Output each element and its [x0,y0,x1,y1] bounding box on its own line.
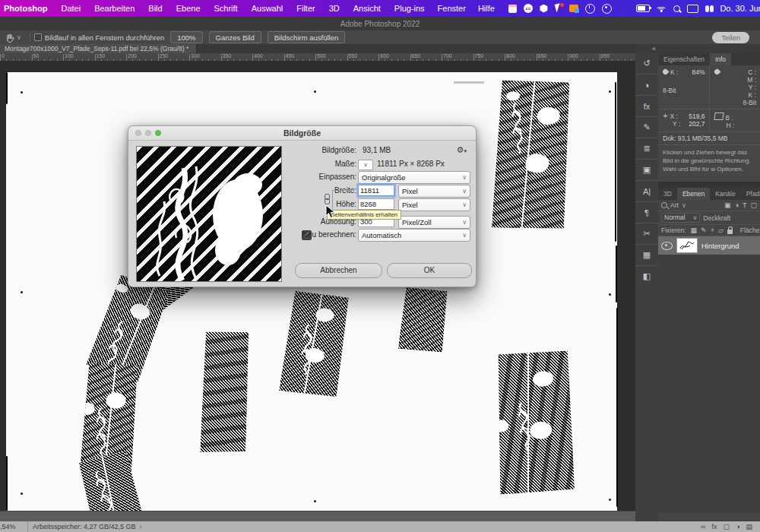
notes-app-icon[interactable] [508,5,517,13]
creative-cloud-icon[interactable]: cc [524,4,533,13]
menu-clock[interactable]: Do. 30. Juni 2 [720,4,760,13]
filter-kind-label[interactable]: Art [670,201,679,209]
clock-icon[interactable] [585,4,595,14]
gear-icon[interactable]: ⚙▾ [457,145,467,155]
tab-info[interactable]: Info [710,53,731,65]
ruler-label: 500 [317,53,326,59]
blend-mode-select[interactable]: Normal∨ [661,213,700,223]
brush-settings-panel-icon[interactable]: ✎ [635,116,658,138]
link-layers-icon[interactable]: ∞ [701,523,705,530]
menu-item-3d[interactable]: 3D [322,4,347,13]
filter-adjustment-icon[interactable]: ◑ [735,201,739,209]
character-panel-icon[interactable]: A| [635,180,658,201]
hexagon-app-icon[interactable] [540,5,548,13]
control-center-icon[interactable] [705,3,714,14]
menu-item-ansicht[interactable]: Ansicht [347,4,388,13]
history-panel-icon[interactable]: ↺ [635,53,658,74]
image-preview[interactable] [136,146,282,282]
layer-visibility-icon[interactable] [661,242,673,250]
fit-screen-button[interactable]: Ganzes Bild [209,31,261,43]
script-lettering [499,100,537,156]
adjustments-panel-icon[interactable]: ◑ [635,74,658,95]
cancel-button[interactable]: Abbrechen [295,263,382,278]
menu-item-plug-ins[interactable]: Plug-ins [388,4,432,13]
libraries-panel-icon[interactable]: ✂ [635,223,658,244]
ruler-major-tick [568,54,568,61]
dimensions-dropdown[interactable]: ∨ [358,160,373,170]
menu-item-filter[interactable]: Filter [290,4,321,13]
cursor-badge-icon[interactable] [555,4,562,13]
tab-kanaele[interactable]: Kanäle [710,188,740,200]
tool-presets-panel-icon[interactable]: ≣ [635,138,658,159]
clone-source-panel-icon[interactable]: ▣ [635,159,658,180]
height-unit-select[interactable]: Pixel∨ [398,198,470,211]
battery-icon[interactable] [636,5,650,12]
menu-item-schrift[interactable]: Schrift [207,4,245,13]
fill-screen-button[interactable]: Bildschirm ausfüllen [268,31,345,43]
lock-transparency-icon[interactable]: ▦ [691,226,698,234]
styles-panel-icon[interactable]: fx [635,95,658,116]
layer-style-icon[interactable]: fx [712,523,717,530]
menu-item-ebene[interactable]: Ebene [169,4,207,13]
scroll-all-windows-checkbox[interactable] [34,33,42,41]
paragraph-panel-icon[interactable]: ¶ [635,201,658,223]
lock-all-icon[interactable] [727,230,733,234]
script-lettering [290,322,326,377]
status-chevron-icon[interactable]: › [140,523,142,530]
share-button[interactable]: Teilen [712,32,749,43]
resolution-unit-select[interactable]: Pixel/Zoll∨ [398,216,470,229]
wifi-icon[interactable] [657,5,667,12]
artwork-blob [115,283,129,295]
resample-select[interactable]: Automatisch∨ [358,229,470,242]
zoom-level[interactable]: 22,54% [0,523,16,530]
width-unit-select[interactable]: Pixel∨ [398,185,470,198]
right-panels: Eigenschaften Info K :84% 8-Bit C :M : Y… [658,53,760,521]
zoom-window-icon[interactable] [155,130,161,136]
size-value: 93,1 MB [363,144,391,156]
fit-to-select[interactable]: Originalgröße∨ [358,171,470,184]
new-group-icon[interactable]: ▤ [746,523,752,530]
width-input[interactable] [358,185,394,196]
minimize-window-icon[interactable] [145,130,151,136]
height-input[interactable] [358,198,394,210]
screen-record-icon[interactable] [602,4,612,14]
translate-app-icon[interactable] [569,5,578,12]
menu-item-hilfe[interactable]: Hilfe [472,4,501,13]
menu-item-bild[interactable]: Bild [141,4,169,13]
close-window-icon[interactable] [135,130,141,136]
hand-tool-chip[interactable]: ∨ [0,33,26,43]
bit-depth-right: 8-Bit [714,99,757,106]
collapse-panels-button[interactable]: « [652,45,656,52]
document-tab[interactable]: Montage700x1000_V7_Pfade_Seps-11.pdf bei… [0,44,197,53]
menu-item-fenster[interactable]: Fenster [432,4,472,13]
ok-button[interactable]: OK [387,263,472,278]
tab-3d[interactable]: 3D [658,188,677,200]
lock-position-icon[interactable]: + [711,226,714,234]
layer-row-hintergrund[interactable]: Hintergrund [658,236,760,255]
keyboard-german-flag-icon[interactable] [619,5,629,12]
ruler-major-tick [32,54,33,61]
filter-shape-icon[interactable]: ▢ [750,201,757,209]
menu-item-auswahl[interactable]: Auswahl [245,4,290,13]
lock-pixels-icon[interactable]: ✎ [701,226,707,234]
lock-artboard-icon[interactable]: ▱ [718,226,724,234]
display-mirroring-icon[interactable] [687,5,698,13]
add-layer-mask-icon[interactable]: ▢ [724,523,730,530]
filter-pixel-icon[interactable]: ▣ [724,201,731,209]
gradients-panel-icon[interactable]: ◧ [635,265,658,287]
filter-type-icon[interactable]: T [743,201,747,209]
menu-item-datei[interactable]: Datei [54,4,87,13]
layer-thumbnail[interactable] [676,238,698,253]
adjustment-layer-icon[interactable]: ◑ [736,523,739,530]
patterns-panel-icon[interactable]: ▦ [635,244,658,265]
tab-pfade[interactable]: Pfade [741,188,760,200]
menu-item-bearbeiten[interactable]: Bearbeiten [87,4,141,13]
k-value: 84% [692,68,705,76]
tab-ebenen[interactable]: Ebenen [677,188,710,200]
spotlight-search-icon[interactable] [673,5,680,12]
menu-item-photoshop[interactable]: Photoshop [0,4,54,13]
tab-eigenschaften[interactable]: Eigenschaften [658,53,710,65]
dialog-title-bar[interactable]: Bildgröße [128,126,476,141]
zoom-100-button[interactable]: 100% [170,31,202,43]
lock-row: Fixieren: ▦ ✎ + ▱ Fläche [658,225,760,236]
